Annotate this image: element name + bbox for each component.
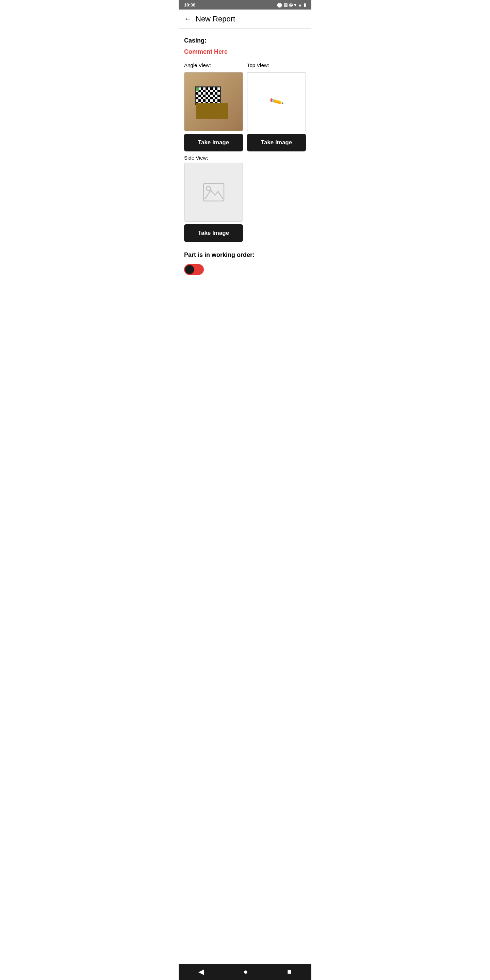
side-view-col: Take Image bbox=[184, 163, 243, 242]
casing-section-title: Casing: bbox=[184, 37, 306, 44]
top-view-empty-state: ✏️ bbox=[247, 73, 305, 130]
checkerboard-pattern bbox=[196, 88, 220, 104]
working-order-section: Part is in working order: bbox=[184, 251, 306, 275]
icon-battery: ▮ bbox=[304, 2, 306, 8]
status-icons: ⬤ ▤ ◎ ▾ ▲ ▮ bbox=[277, 2, 306, 8]
top-view-preview[interactable]: ✏️ bbox=[247, 72, 306, 131]
image-placeholder-icon bbox=[202, 182, 226, 202]
toggle-wrapper bbox=[184, 264, 306, 275]
angle-view-col: Angle View: Take Image bbox=[184, 62, 243, 151]
toggle-thumb bbox=[185, 265, 194, 274]
main-content: Casing: Comment Here Angle View: Take Im… bbox=[179, 32, 311, 302]
side-view-section: Side View: bbox=[184, 155, 306, 242]
icon-wifi: ▾ bbox=[294, 2, 296, 8]
angle-view-label: Angle View: bbox=[184, 62, 243, 68]
side-view-label: Side View: bbox=[184, 155, 306, 161]
working-order-toggle[interactable] bbox=[184, 264, 204, 275]
tv-stand bbox=[196, 103, 228, 119]
top-view-col: Top View: ✏️ Take Image bbox=[247, 62, 306, 151]
side-view-row: Take Image bbox=[184, 163, 306, 242]
svg-point-1 bbox=[206, 186, 210, 190]
status-bar: 10:38 ⬤ ▤ ◎ ▾ ▲ ▮ bbox=[179, 0, 311, 10]
icon-signal: ▲ bbox=[298, 2, 302, 8]
side-view-placeholder bbox=[185, 163, 243, 221]
tv-green-bar bbox=[196, 88, 199, 91]
angle-view-image bbox=[185, 73, 243, 130]
side-view-spacer bbox=[247, 163, 306, 242]
top-bar: ← New Report bbox=[179, 10, 311, 29]
page-title: New Report bbox=[196, 14, 235, 24]
icon-at: ◎ bbox=[289, 2, 293, 8]
svg-rect-0 bbox=[204, 183, 224, 201]
top-view-take-image-button[interactable]: Take Image bbox=[247, 134, 306, 151]
tv-screen bbox=[195, 86, 221, 105]
icon-sim: ▤ bbox=[283, 2, 288, 8]
views-row: Angle View: Take Image Top View: ✏️ bbox=[184, 62, 306, 151]
angle-view-preview[interactable] bbox=[184, 72, 243, 131]
working-order-title: Part is in working order: bbox=[184, 251, 306, 259]
comment-placeholder-text[interactable]: Comment Here bbox=[184, 48, 306, 56]
side-view-preview[interactable] bbox=[184, 163, 243, 221]
back-button[interactable]: ← bbox=[184, 14, 192, 24]
placeholder-svg bbox=[202, 182, 226, 202]
status-time: 10:38 bbox=[184, 2, 195, 8]
top-view-label: Top View: bbox=[247, 62, 306, 68]
icon-circle: ⬤ bbox=[277, 2, 282, 8]
angle-view-take-image-button[interactable]: Take Image bbox=[184, 134, 243, 151]
pencil-icon: ✏️ bbox=[269, 94, 285, 109]
side-view-take-image-button[interactable]: Take Image bbox=[184, 224, 243, 242]
header-divider bbox=[179, 30, 311, 30]
